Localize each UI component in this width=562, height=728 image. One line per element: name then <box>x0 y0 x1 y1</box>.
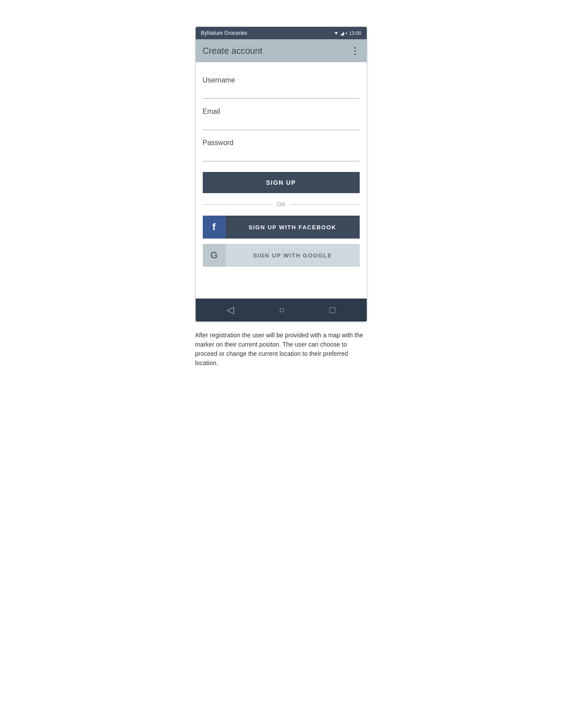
page-title: Create account <box>203 46 263 56</box>
back-button[interactable]: ◁ <box>218 302 243 317</box>
email-input[interactable] <box>203 117 360 130</box>
facebook-signup-button[interactable]: f SIGN UP WITH FACEBOOK <box>203 216 360 239</box>
google-icon: G <box>203 244 226 267</box>
facebook-icon: f <box>203 216 226 239</box>
overflow-menu-icon[interactable]: ⋮ <box>350 45 360 56</box>
google-signup-button[interactable]: G SIGN UP WITH GOOGLE <box>203 244 360 267</box>
bottom-spacer <box>203 272 360 299</box>
or-line-left <box>203 204 272 205</box>
email-field-group: Email <box>203 102 360 130</box>
form-content: Username Email Password SIGN UP OR f SIG… <box>196 62 367 299</box>
nav-bar: ◁ ○ □ <box>196 299 367 321</box>
password-field-group: Password <box>203 134 360 161</box>
email-label: Email <box>203 102 360 116</box>
or-divider: OR <box>203 201 360 208</box>
signal-icon: ▼ <box>334 30 339 36</box>
battery-icon: ▪ <box>346 30 347 36</box>
recents-button[interactable]: □ <box>320 302 344 317</box>
password-label: Password <box>203 134 360 147</box>
username-field-group: Username <box>203 71 360 99</box>
facebook-button-label: SIGN UP WITH FACEBOOK <box>226 224 360 231</box>
time-display: 13:00 <box>349 30 361 36</box>
phone-mockup: ByNature Groceries ▼ ◢ ▪ 13:00 Create ac… <box>195 26 367 322</box>
or-line-right <box>290 204 359 205</box>
or-text: OR <box>277 201 286 208</box>
username-label: Username <box>203 71 360 84</box>
signup-button[interactable]: SIGN UP <box>203 172 360 193</box>
status-bar: ByNature Groceries ▼ ◢ ▪ 13:00 <box>196 27 367 39</box>
home-button[interactable]: ○ <box>270 302 294 317</box>
network-icon: ◢ <box>340 30 344 36</box>
google-button-label: SIGN UP WITH GOOGLE <box>226 252 360 259</box>
password-input[interactable] <box>203 149 360 161</box>
app-bar: Create account ⋮ <box>196 39 367 62</box>
username-input[interactable] <box>203 86 360 99</box>
status-icons: ▼ ◢ ▪ 13:00 <box>334 30 361 36</box>
app-name: ByNature Groceries <box>201 30 247 36</box>
description-text: After registration the user will be prov… <box>195 331 367 368</box>
